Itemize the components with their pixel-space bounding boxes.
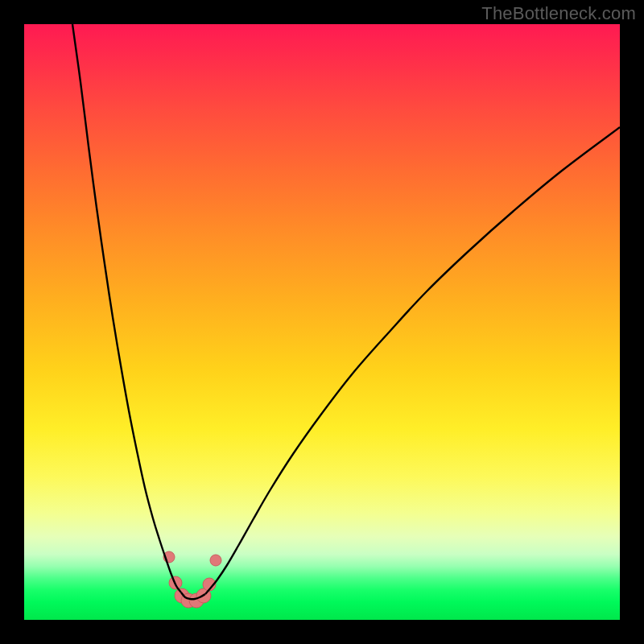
chart-plot-area [24, 24, 620, 620]
chart-svg [24, 24, 620, 620]
chart-frame: TheBottleneck.com [0, 0, 644, 644]
valley-marker [210, 555, 221, 566]
curve-left-arm [72, 24, 181, 592]
curve-right-arm [205, 127, 620, 594]
watermark-text: TheBottleneck.com [481, 3, 636, 24]
